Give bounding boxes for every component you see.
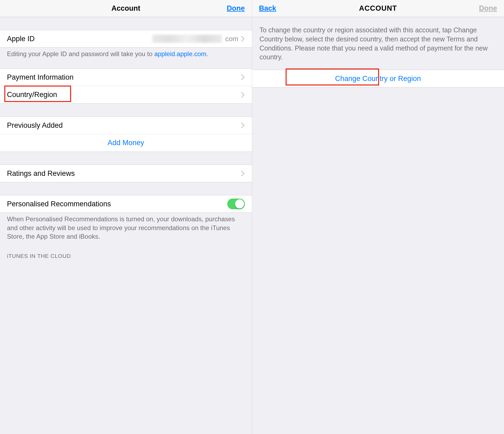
ratings-reviews-label: Ratings and Reviews — [7, 169, 75, 178]
apple-id-label: Apple ID — [7, 35, 35, 43]
back-button[interactable]: Back — [259, 4, 276, 13]
payment-label: Payment Information — [7, 73, 74, 82]
chevron-right-icon — [241, 122, 245, 128]
chevron-right-icon — [241, 36, 245, 42]
personalised-recommendations-row: Personalised Recommendations — [0, 195, 252, 213]
apple-id-footer: Editing your Apple ID and password will … — [0, 48, 252, 63]
navbar-right: Back ACCOUNT Done — [252, 0, 504, 17]
personalised-footer: When Personalised Recommendations is tur… — [0, 213, 252, 245]
country-region-label: Country/Region — [7, 91, 57, 99]
add-money-button[interactable]: Add Money — [0, 134, 252, 152]
chevron-right-icon — [241, 74, 245, 80]
apple-id-value-suffix: com — [225, 35, 238, 43]
appleid-link[interactable]: appleid.apple.com — [154, 50, 206, 57]
ratings-reviews-row[interactable]: Ratings and Reviews — [0, 165, 252, 182]
previously-added-label: Previously Added — [7, 121, 63, 130]
apple-id-row[interactable]: Apple ID com — [0, 30, 252, 48]
done-button[interactable]: Done — [227, 4, 245, 13]
navbar-left: Account Done — [0, 0, 252, 17]
apple-id-value-blurred — [152, 35, 222, 43]
country-region-row[interactable]: Country/Region — [0, 86, 252, 104]
payment-information-row[interactable]: Payment Information — [0, 68, 252, 86]
personalised-toggle[interactable] — [227, 199, 245, 209]
change-country-button[interactable]: Change Country or Region — [252, 70, 504, 87]
personalised-label: Personalised Recommendations — [7, 200, 111, 208]
page-title: ACCOUNT — [252, 4, 504, 13]
itunes-cloud-header: iTUNES IN THE CLOUD — [0, 245, 252, 262]
change-country-instructions: To change the country or region associat… — [252, 17, 504, 70]
chevron-right-icon — [241, 170, 245, 176]
previously-added-row[interactable]: Previously Added — [0, 117, 252, 134]
change-country-panel: Back ACCOUNT Done To change the country … — [252, 0, 504, 434]
page-title: Account — [0, 4, 252, 13]
done-button-disabled: Done — [479, 4, 497, 13]
chevron-right-icon — [241, 92, 245, 98]
account-settings-panel: Account Done Apple ID com Editing your A… — [0, 0, 252, 434]
